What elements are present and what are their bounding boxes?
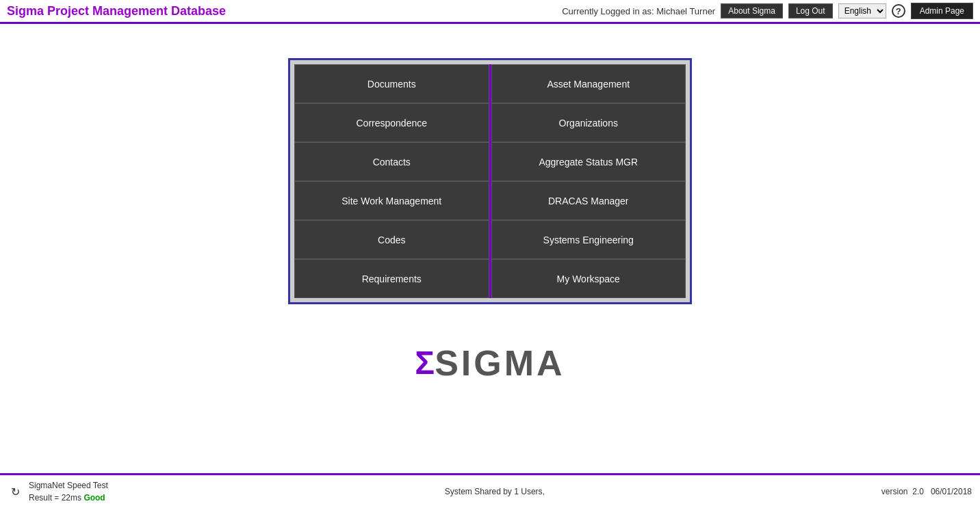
sigma-logo: Σ SIGMA (415, 345, 565, 381)
help-icon[interactable]: ? (892, 4, 905, 18)
nav-container: Documents Asset Management Correspondenc… (288, 58, 692, 304)
nav-contacts[interactable]: Contacts (294, 142, 489, 181)
nav-requirements[interactable]: Requirements (294, 259, 489, 298)
reload-icon[interactable]: ↻ (8, 485, 22, 498)
speed-test-line1: SigmaNet Speed Test (29, 479, 108, 492)
about-sigma-button[interactable]: About Sigma (721, 3, 783, 18)
nav-aggregate-status-mgr[interactable]: Aggregate Status MGR (491, 142, 686, 181)
nav-my-workspace[interactable]: My Workspace (491, 259, 686, 298)
nav-organizations[interactable]: Organizations (491, 103, 686, 142)
sigma-symbol: Σ (415, 347, 435, 379)
nav-asset-management[interactable]: Asset Management (491, 64, 686, 103)
app-title: Sigma Project Management Database (7, 4, 226, 18)
language-select[interactable]: English (838, 3, 886, 18)
logout-button[interactable]: Log Out (788, 3, 833, 18)
app-header: Sigma Project Management Database Curren… (0, 0, 980, 24)
nav-dracas-manager[interactable]: DRACAS Manager (491, 181, 686, 220)
version-info: version 2.0 06/01/2018 (881, 487, 972, 496)
header-controls: Currently Logged in as: Michael Turner A… (562, 3, 973, 19)
nav-systems-engineering[interactable]: Systems Engineering (491, 220, 686, 259)
nav-codes[interactable]: Codes (294, 220, 489, 259)
speed-good-label: Good (83, 493, 105, 503)
sigma-text: SIGMA (435, 345, 565, 381)
app-footer: ↻ SigmaNet Speed Test Result = 22ms Good… (0, 473, 980, 508)
nav-grid: Documents Asset Management Correspondenc… (294, 64, 686, 298)
speed-test-line2: Result = 22ms Good (29, 492, 108, 504)
nav-site-work-management[interactable]: Site Work Management (294, 181, 489, 220)
logo-area: Σ SIGMA (415, 345, 565, 381)
admin-page-button[interactable]: Admin Page (911, 3, 973, 19)
system-info: System Shared by 1 Users, (445, 487, 545, 496)
nav-correspondence[interactable]: Correspondence (294, 103, 489, 142)
main-content: Documents Asset Management Correspondenc… (0, 24, 980, 473)
footer-left: ↻ SigmaNet Speed Test Result = 22ms Good (8, 479, 108, 504)
nav-documents[interactable]: Documents (294, 64, 489, 103)
speed-test-info: SigmaNet Speed Test Result = 22ms Good (29, 479, 108, 504)
logged-in-text: Currently Logged in as: Michael Turner (562, 6, 715, 16)
